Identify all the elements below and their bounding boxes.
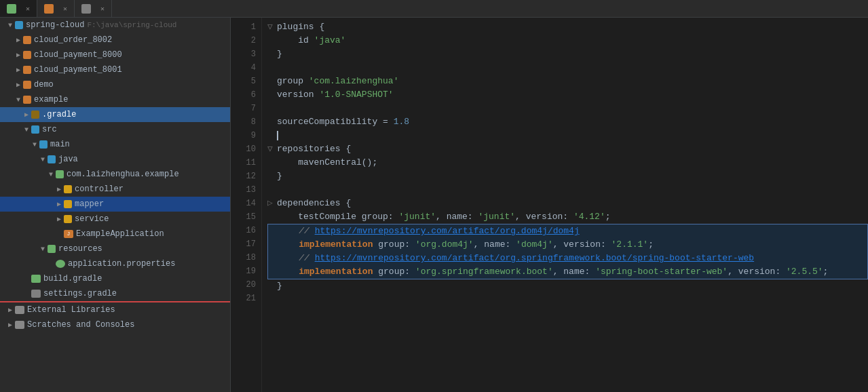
folder-icon-src [31, 125, 39, 134]
arrow-cloud-payment-8000 [14, 51, 23, 59]
code-line-14: ▷ dependencies { [267, 197, 868, 210]
sidebar-item-cloud-order-8002[interactable]: cloud_order_8002 [0, 33, 230, 47]
folder-icon-resources [48, 245, 56, 253]
sidebar-item-external-libs[interactable]: External Libraries [0, 302, 230, 317]
code-line-16: // https://mvnrepository.com/artifact/or… [268, 224, 867, 238]
fold-15 [267, 210, 277, 224]
tab-app-props[interactable]: ✕ [75, 0, 112, 17]
sidebar-item-main[interactable]: main [0, 137, 230, 152]
ln-1: 1 [231, 20, 256, 34]
ln-13: 13 [231, 183, 256, 197]
sidebar-item-java[interactable]: java [0, 152, 230, 167]
java-icon [44, 4, 54, 14]
tab-example-app-close[interactable]: ✕ [63, 5, 67, 13]
sidebar-item-src[interactable]: src [0, 122, 230, 137]
sidebar-item-spring-cloud[interactable]: spring-cloud F:\java\spring-cloud [0, 18, 230, 33]
fold-2 [267, 34, 277, 47]
tab-example-app[interactable]: ✕ [37, 0, 75, 17]
code-content: 1 2 3 4 5 6 7 8 9 10 11 12 13 14 15 16 1… [231, 18, 868, 392]
sidebar-label-com-pkg: com.laizhenghua.example [67, 170, 179, 179]
sidebar-item-settings-gradle[interactable]: settings.gradle [0, 286, 230, 301]
fold-3 [267, 47, 277, 61]
sidebar-item-cloud-payment-8001[interactable]: cloud_payment_8001 [0, 62, 230, 77]
sidebar: spring-cloud F:\java\spring-cloud cloud_… [0, 18, 231, 392]
code-line-6: version '1.0-SNAPSHOT' [267, 88, 868, 102]
code-area[interactable]: 1 2 3 4 5 6 7 8 9 10 11 12 13 14 15 16 1… [231, 18, 868, 392]
sidebar-item-controller[interactable]: controller [0, 182, 230, 197]
sidebar-label-java: java [58, 155, 78, 164]
project-icon [15, 21, 23, 29]
ln-5: 5 [231, 75, 256, 88]
line-numbers: 1 2 3 4 5 6 7 8 9 10 11 12 13 14 15 16 1… [231, 18, 262, 392]
module-icon-payment-8001 [23, 66, 31, 74]
fold-10[interactable]: ▽ [267, 142, 277, 156]
fold-1[interactable]: ▽ [267, 20, 277, 34]
sidebar-item-service[interactable]: service [0, 212, 230, 227]
ln-2: 2 [231, 34, 256, 47]
ln-11: 11 [231, 156, 256, 170]
gradle-icon [7, 4, 16, 14]
fold-13 [267, 183, 277, 197]
arrow-cloud-order [14, 36, 23, 44]
code-line-10: ▽ repositories { [267, 142, 868, 156]
sidebar-label-dot-gradle: .gradle [42, 110, 76, 119]
code-line-20: } [267, 279, 868, 293]
sidebar-label-src: src [42, 125, 57, 134]
fold-21 [267, 293, 277, 307]
sidebar-label-cloud-order-8002: cloud_order_8002 [34, 35, 112, 45]
sidebar-label-external-libs: External Libraries [27, 305, 115, 315]
sidebar-item-com-pkg[interactable]: com.laizhenghua.example [0, 167, 230, 182]
gradle-file-icon [31, 275, 41, 283]
sidebar-item-build-gradle[interactable]: build.gradle [0, 271, 230, 286]
props-file-icon [56, 260, 65, 268]
sidebar-item-example[interactable]: example [0, 92, 230, 107]
main-layout: spring-cloud F:\java\spring-cloud cloud_… [0, 18, 868, 392]
code-17-content: implementation group: 'org.dom4j', name:… [278, 238, 654, 252]
ln-15: 15 [231, 210, 256, 224]
code-line-17: implementation group: 'org.dom4j', name:… [268, 238, 867, 252]
sidebar-item-example-app[interactable]: J ExampleApplication [0, 227, 230, 241]
folder-icon-controller [64, 185, 72, 193]
sidebar-item-resources[interactable]: resources [0, 241, 230, 256]
ln-6: 6 [231, 88, 256, 102]
arrow-cloud-payment-8001 [14, 66, 23, 74]
sidebar-label-build-gradle: build.gradle [43, 274, 102, 283]
sidebar-item-scratches[interactable]: Scratches and Consoles [0, 317, 230, 332]
code-line-7 [267, 102, 868, 115]
module-icon-example [23, 96, 31, 104]
arrow-com-pkg [46, 171, 56, 178]
sidebar-item-app-props[interactable]: application.properties [0, 256, 230, 271]
ln-17: 17 [231, 237, 256, 251]
code-10-content: repositories { [277, 142, 351, 156]
folder-icon-service [64, 215, 72, 223]
code-line-21 [267, 293, 868, 307]
sidebar-label-demo: demo [34, 80, 54, 90]
tab-build-gradle-close[interactable]: ✕ [26, 5, 30, 13]
code-line-15: testCompile group: 'junit', name: 'junit… [267, 210, 868, 224]
sidebar-item-dot-gradle[interactable]: .gradle [0, 107, 230, 122]
code-line-12: } [267, 170, 868, 183]
ln-12: 12 [231, 170, 256, 183]
fold-4 [267, 61, 277, 75]
fold-12 [267, 170, 277, 183]
code-5-content: group 'com.laizhenghua' [277, 75, 398, 88]
code-18-content: // https://mvnrepository.com/artifact/or… [278, 252, 754, 265]
tab-app-props-close[interactable]: ✕ [100, 5, 105, 13]
sidebar-label-resources: resources [58, 244, 102, 254]
code-15-content: testCompile group: 'junit', name: 'junit… [277, 210, 611, 224]
fold-14[interactable]: ▷ [267, 197, 277, 210]
sidebar-item-demo[interactable]: demo [0, 77, 230, 92]
settings-file-icon [31, 290, 41, 298]
folder-icon-mapper [64, 200, 72, 208]
code-line-18: // https://mvnrepository.com/artifact/or… [268, 252, 867, 265]
code-20-content: } [277, 279, 282, 293]
code-12-content: } [277, 170, 282, 183]
boxed-block: // https://mvnrepository.com/artifact/or… [267, 224, 868, 279]
ln-18: 18 [231, 251, 256, 264]
tab-build-gradle[interactable]: ✕ [0, 0, 37, 17]
sidebar-label-example-app: ExampleApplication [76, 229, 164, 239]
fold-18 [268, 252, 278, 265]
sidebar-item-mapper[interactable]: mapper [0, 197, 230, 212]
sidebar-item-cloud-payment-8000[interactable]: cloud_payment_8000 [0, 47, 230, 62]
folder-icon-com-pkg [56, 170, 64, 178]
